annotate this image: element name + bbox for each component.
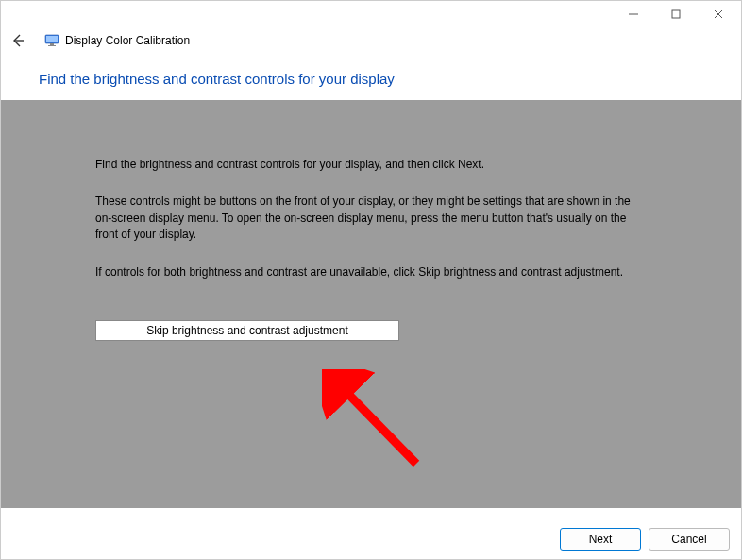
minimize-button[interactable] bbox=[612, 1, 654, 27]
footer-bar: Next Cancel bbox=[1, 518, 741, 559]
back-arrow-icon[interactable] bbox=[10, 33, 25, 48]
skip-brightness-contrast-button[interactable]: Skip brightness and contrast adjustment bbox=[95, 320, 399, 341]
calibration-window: Display Color Calibration Find the brigh… bbox=[0, 0, 742, 560]
monitor-icon bbox=[44, 33, 59, 48]
instruction-text-1: Find the brightness and contrast control… bbox=[95, 157, 647, 173]
content-area: Find the brightness and contrast control… bbox=[1, 100, 741, 508]
close-button[interactable] bbox=[697, 1, 739, 27]
titlebar bbox=[1, 1, 741, 27]
header-bar: Display Color Calibration bbox=[1, 27, 741, 48]
svg-rect-8 bbox=[48, 45, 56, 46]
cancel-button[interactable]: Cancel bbox=[649, 528, 730, 551]
maximize-button[interactable] bbox=[654, 1, 697, 27]
page-heading: Find the brightness and contrast control… bbox=[1, 48, 741, 100]
next-button[interactable]: Next bbox=[560, 528, 641, 551]
svg-rect-1 bbox=[672, 10, 680, 18]
instruction-text-3: If controls for both brightness and cont… bbox=[95, 264, 647, 280]
svg-rect-6 bbox=[46, 36, 58, 42]
app-title: Display Color Calibration bbox=[65, 34, 190, 47]
svg-rect-7 bbox=[50, 43, 54, 45]
instruction-text-2: These controls might be buttons on the f… bbox=[95, 194, 647, 243]
